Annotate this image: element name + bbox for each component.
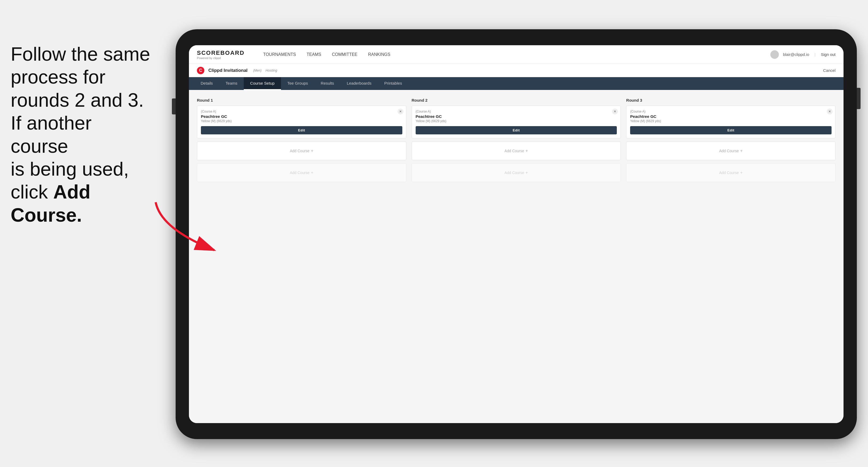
cancel-button[interactable]: Cancel — [823, 68, 836, 73]
round-1-add-course-1[interactable]: Add Course+ — [197, 142, 406, 160]
round-2-column: Round 2 ✕ (Course A) Peachtree GC Yellow… — [412, 98, 621, 185]
user-avatar — [770, 50, 779, 59]
main-content: Round 1 ✕ (Course A) Peachtree GC Yellow… — [189, 90, 843, 423]
round-2-add-course-2-text: Add Course+ — [504, 170, 528, 175]
round-3-course-details: Yellow (M) (6629 yds) — [630, 119, 832, 123]
instruction-panel: Follow the same process for rounds 2 and… — [0, 42, 165, 226]
nav-rankings[interactable]: RANKINGS — [368, 52, 390, 57]
tab-leaderboards[interactable]: Leaderboards — [340, 77, 378, 90]
tab-results[interactable]: Results — [314, 77, 340, 90]
round-1-add-course-2[interactable]: Add Course+ — [197, 163, 406, 182]
round-2-add-course-1[interactable]: Add Course+ — [412, 142, 621, 160]
top-nav: SCOREBOARD Powered by clippd TOURNAMENTS… — [189, 45, 843, 64]
instruction-line2: process for — [11, 66, 105, 88]
round-1-column: Round 1 ✕ (Course A) Peachtree GC Yellow… — [197, 98, 406, 185]
round-1-course-card: ✕ (Course A) Peachtree GC Yellow (M) (66… — [197, 106, 406, 138]
instruction-line1: Follow the same — [11, 43, 150, 65]
round-1-delete-icon[interactable]: ✕ — [398, 108, 403, 115]
instruction-line5: is being used, — [11, 158, 129, 180]
instruction-line4: If another course — [11, 112, 92, 156]
nav-right: blair@clippd.io | Sign out — [770, 50, 836, 59]
clippd-logo: C — [197, 67, 204, 74]
rounds-grid: Round 1 ✕ (Course A) Peachtree GC Yellow… — [197, 98, 836, 185]
nav-teams[interactable]: TEAMS — [307, 52, 321, 57]
tab-course-setup[interactable]: Course Setup — [244, 77, 281, 90]
nav-committee[interactable]: COMMITTEE — [332, 52, 358, 57]
logo-sub: Powered by clippd — [197, 56, 245, 60]
round-3-course-card: ✕ (Course A) Peachtree GC Yellow (M) (66… — [626, 106, 836, 138]
round-3-add-course-1[interactable]: Add Course+ — [626, 142, 836, 160]
round-2-course-name: Peachtree GC — [416, 114, 617, 119]
round-3-edit-button[interactable]: Edit — [630, 126, 832, 134]
user-email: blair@clippd.io — [783, 52, 809, 57]
tournament-name: Clippd Invitational — [208, 68, 247, 73]
tablet-screen: SCOREBOARD Powered by clippd TOURNAMENTS… — [189, 45, 843, 423]
round-2-add-course-2[interactable]: Add Course+ — [412, 163, 621, 182]
nav-separator: | — [814, 52, 815, 57]
round-2-course-label: (Course A) — [416, 110, 617, 113]
round-1-title: Round 1 — [197, 98, 406, 102]
tablet-frame: SCOREBOARD Powered by clippd TOURNAMENTS… — [176, 29, 857, 439]
round-2-course-details: Yellow (M) (6629 yds) — [416, 119, 617, 123]
round-3-column: Round 3 ✕ (Course A) Peachtree GC Yellow… — [626, 98, 836, 185]
tab-printables[interactable]: Printables — [378, 77, 408, 90]
round-1-course-details: Yellow (M) (6629 yds) — [201, 119, 402, 123]
round-3-add-course-2[interactable]: Add Course+ — [626, 163, 836, 182]
logo-area: SCOREBOARD Powered by clippd — [197, 50, 245, 60]
nav-tournaments[interactable]: TOURNAMENTS — [263, 52, 296, 57]
round-3-course-name: Peachtree GC — [630, 114, 832, 119]
round-3-add-course-1-text: Add Course+ — [719, 149, 743, 153]
round-1-course-name: Peachtree GC — [201, 114, 402, 119]
round-3-add-course-2-text: Add Course+ — [719, 170, 743, 175]
round-1-add-course-1-text: Add Course+ — [290, 149, 313, 153]
gender-badge: (Men) — [253, 69, 261, 72]
round-2-title: Round 2 — [412, 98, 621, 102]
tab-teams[interactable]: Teams — [219, 77, 244, 90]
round-2-edit-button[interactable]: Edit — [416, 126, 617, 134]
round-2-course-card: ✕ (Course A) Peachtree GC Yellow (M) (66… — [412, 106, 621, 138]
round-3-delete-icon[interactable]: ✕ — [827, 108, 833, 115]
tab-bar: Details Teams Course Setup Tee Groups Re… — [189, 77, 843, 90]
instruction-line6-prefix: click — [11, 181, 53, 203]
round-3-course-label: (Course A) — [630, 110, 832, 113]
sub-header: C Clippd Invitational (Men) Hosting Canc… — [189, 64, 843, 77]
logo-scoreboard: SCOREBOARD — [197, 50, 245, 56]
sub-header-left: C Clippd Invitational (Men) Hosting — [197, 67, 277, 74]
tab-details[interactable]: Details — [194, 77, 219, 90]
round-1-add-course-2-text: Add Course+ — [290, 170, 313, 175]
round-3-title: Round 3 — [626, 98, 836, 102]
instruction-line3: rounds 2 and 3. — [11, 89, 144, 111]
round-2-delete-icon[interactable]: ✕ — [612, 108, 618, 115]
tab-tee-groups[interactable]: Tee Groups — [281, 77, 314, 90]
round-1-edit-button[interactable]: Edit — [201, 126, 402, 134]
hosting-badge: Hosting — [266, 68, 277, 72]
sign-out-link[interactable]: Sign out — [821, 52, 836, 57]
round-2-add-course-1-text: Add Course+ — [504, 149, 528, 153]
nav-links: TOURNAMENTS TEAMS COMMITTEE RANKINGS — [263, 52, 757, 57]
round-1-course-label: (Course A) — [201, 110, 402, 113]
